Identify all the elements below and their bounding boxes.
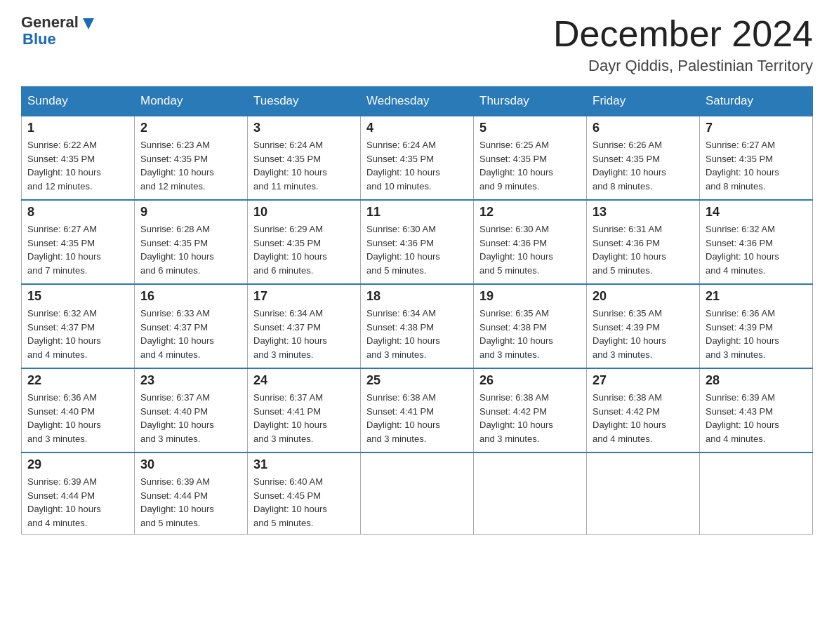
day-number: 9 [140, 205, 241, 220]
day-info: Sunrise: 6:30 AMSunset: 4:36 PMDaylight:… [366, 222, 468, 277]
title-area: December 2024 Dayr Qiddis, Palestinian T… [553, 14, 813, 75]
day-info: Sunrise: 6:40 AMSunset: 4:45 PMDaylight:… [253, 475, 355, 530]
day-number: 5 [479, 121, 581, 135]
day-info: Sunrise: 6:37 AMSunset: 4:41 PMDaylight:… [253, 391, 355, 445]
calendar-cell: 8Sunrise: 6:27 AMSunset: 4:35 PMDaylight… [22, 200, 135, 284]
weekday-header-monday: Monday [135, 87, 248, 116]
day-info: Sunrise: 6:32 AMSunset: 4:37 PMDaylight:… [27, 307, 128, 361]
logo: General Blue [21, 14, 96, 48]
day-info: Sunrise: 6:27 AMSunset: 4:35 PMDaylight:… [706, 138, 807, 193]
calendar-cell: 23Sunrise: 6:37 AMSunset: 4:40 PMDayligh… [135, 368, 248, 452]
day-info: Sunrise: 6:37 AMSunset: 4:40 PMDaylight:… [140, 391, 241, 445]
day-info: Sunrise: 6:22 AMSunset: 4:35 PMDaylight:… [27, 138, 128, 193]
calendar-cell: 5Sunrise: 6:25 AMSunset: 4:35 PMDaylight… [474, 116, 587, 200]
calendar-cell [587, 452, 700, 535]
day-number: 16 [140, 289, 241, 304]
calendar-cell: 27Sunrise: 6:38 AMSunset: 4:42 PMDayligh… [587, 368, 700, 452]
day-info: Sunrise: 6:25 AMSunset: 4:35 PMDaylight:… [479, 138, 581, 193]
week-row-3: 15Sunrise: 6:32 AMSunset: 4:37 PMDayligh… [22, 284, 813, 368]
calendar-cell: 17Sunrise: 6:34 AMSunset: 4:37 PMDayligh… [248, 284, 361, 368]
day-number: 18 [366, 289, 468, 304]
week-row-5: 29Sunrise: 6:39 AMSunset: 4:44 PMDayligh… [22, 452, 813, 535]
calendar-cell: 30Sunrise: 6:39 AMSunset: 4:44 PMDayligh… [135, 452, 248, 535]
calendar-cell: 16Sunrise: 6:33 AMSunset: 4:37 PMDayligh… [135, 284, 248, 368]
calendar-cell: 22Sunrise: 6:36 AMSunset: 4:40 PMDayligh… [22, 368, 135, 452]
day-number: 12 [479, 205, 581, 220]
weekday-header-sunday: Sunday [22, 87, 135, 116]
day-info: Sunrise: 6:26 AMSunset: 4:35 PMDaylight:… [593, 138, 694, 193]
page-header: General Blue December 2024 Dayr Qiddis, … [21, 14, 813, 75]
weekday-header-wednesday: Wednesday [361, 87, 474, 116]
day-number: 2 [140, 121, 241, 135]
day-number: 30 [140, 457, 241, 472]
day-number: 24 [253, 373, 355, 388]
calendar-cell: 24Sunrise: 6:37 AMSunset: 4:41 PMDayligh… [248, 368, 361, 452]
calendar-cell: 4Sunrise: 6:24 AMSunset: 4:35 PMDaylight… [361, 116, 474, 200]
calendar-cell [361, 452, 474, 535]
day-info: Sunrise: 6:36 AMSunset: 4:40 PMDaylight:… [27, 391, 128, 445]
calendar-cell: 12Sunrise: 6:30 AMSunset: 4:36 PMDayligh… [474, 200, 587, 284]
day-info: Sunrise: 6:35 AMSunset: 4:39 PMDaylight:… [593, 307, 694, 361]
day-number: 8 [27, 205, 128, 220]
day-info: Sunrise: 6:34 AMSunset: 4:38 PMDaylight:… [366, 307, 468, 361]
week-row-1: 1Sunrise: 6:22 AMSunset: 4:35 PMDaylight… [22, 116, 813, 200]
day-info: Sunrise: 6:36 AMSunset: 4:39 PMDaylight:… [706, 307, 807, 361]
day-info: Sunrise: 6:29 AMSunset: 4:35 PMDaylight:… [253, 222, 355, 277]
calendar-cell: 25Sunrise: 6:38 AMSunset: 4:41 PMDayligh… [361, 368, 474, 452]
day-info: Sunrise: 6:23 AMSunset: 4:35 PMDaylight:… [140, 138, 241, 193]
calendar-cell: 29Sunrise: 6:39 AMSunset: 4:44 PMDayligh… [22, 452, 135, 535]
day-number: 27 [593, 373, 694, 388]
week-row-2: 8Sunrise: 6:27 AMSunset: 4:35 PMDaylight… [22, 200, 813, 284]
calendar-cell: 7Sunrise: 6:27 AMSunset: 4:35 PMDaylight… [700, 116, 813, 200]
logo-blue: Blue [22, 31, 96, 48]
day-number: 22 [27, 373, 128, 388]
day-info: Sunrise: 6:31 AMSunset: 4:36 PMDaylight:… [593, 222, 694, 277]
calendar-cell [474, 452, 587, 535]
day-info: Sunrise: 6:32 AMSunset: 4:36 PMDaylight:… [706, 222, 807, 277]
logo-general: General [21, 14, 79, 31]
weekday-header-row: SundayMondayTuesdayWednesdayThursdayFrid… [22, 87, 813, 116]
day-info: Sunrise: 6:39 AMSunset: 4:44 PMDaylight:… [140, 475, 241, 530]
day-info: Sunrise: 6:24 AMSunset: 4:35 PMDaylight:… [366, 138, 468, 193]
location-subtitle: Dayr Qiddis, Palestinian Territory [553, 57, 813, 75]
calendar-cell: 6Sunrise: 6:26 AMSunset: 4:35 PMDaylight… [587, 116, 700, 200]
week-row-4: 22Sunrise: 6:36 AMSunset: 4:40 PMDayligh… [22, 368, 813, 452]
day-info: Sunrise: 6:39 AMSunset: 4:43 PMDaylight:… [706, 391, 807, 445]
day-number: 23 [140, 373, 241, 388]
day-number: 19 [479, 289, 581, 304]
calendar-table: SundayMondayTuesdayWednesdayThursdayFrid… [21, 86, 813, 535]
calendar-cell: 3Sunrise: 6:24 AMSunset: 4:35 PMDaylight… [248, 116, 361, 200]
day-number: 10 [253, 205, 355, 220]
month-title: December 2024 [553, 14, 813, 54]
day-number: 1 [27, 121, 128, 135]
day-info: Sunrise: 6:30 AMSunset: 4:36 PMDaylight:… [479, 222, 581, 277]
day-info: Sunrise: 6:34 AMSunset: 4:37 PMDaylight:… [253, 307, 355, 361]
day-number: 31 [253, 457, 355, 472]
day-info: Sunrise: 6:28 AMSunset: 4:35 PMDaylight:… [140, 222, 241, 277]
calendar-cell: 21Sunrise: 6:36 AMSunset: 4:39 PMDayligh… [700, 284, 813, 368]
calendar-cell: 13Sunrise: 6:31 AMSunset: 4:36 PMDayligh… [587, 200, 700, 284]
day-number: 25 [366, 373, 468, 388]
calendar-cell: 26Sunrise: 6:38 AMSunset: 4:42 PMDayligh… [474, 368, 587, 452]
calendar-cell: 20Sunrise: 6:35 AMSunset: 4:39 PMDayligh… [587, 284, 700, 368]
day-number: 28 [706, 373, 807, 388]
weekday-header-thursday: Thursday [474, 87, 587, 116]
day-info: Sunrise: 6:27 AMSunset: 4:35 PMDaylight:… [27, 222, 128, 277]
day-number: 13 [593, 205, 694, 220]
day-info: Sunrise: 6:24 AMSunset: 4:35 PMDaylight:… [253, 138, 355, 193]
day-number: 3 [253, 121, 355, 135]
day-number: 17 [253, 289, 355, 304]
calendar-cell: 14Sunrise: 6:32 AMSunset: 4:36 PMDayligh… [700, 200, 813, 284]
svg-marker-0 [83, 18, 94, 29]
weekday-header-tuesday: Tuesday [248, 87, 361, 116]
calendar-cell: 19Sunrise: 6:35 AMSunset: 4:38 PMDayligh… [474, 284, 587, 368]
day-number: 26 [479, 373, 581, 388]
logo-triangle-icon [81, 15, 96, 31]
calendar-cell [700, 452, 813, 535]
day-number: 11 [366, 205, 468, 220]
day-info: Sunrise: 6:39 AMSunset: 4:44 PMDaylight:… [27, 475, 128, 530]
day-number: 21 [706, 289, 807, 304]
weekday-header-saturday: Saturday [700, 87, 813, 116]
calendar-cell: 18Sunrise: 6:34 AMSunset: 4:38 PMDayligh… [361, 284, 474, 368]
day-info: Sunrise: 6:35 AMSunset: 4:38 PMDaylight:… [479, 307, 581, 361]
